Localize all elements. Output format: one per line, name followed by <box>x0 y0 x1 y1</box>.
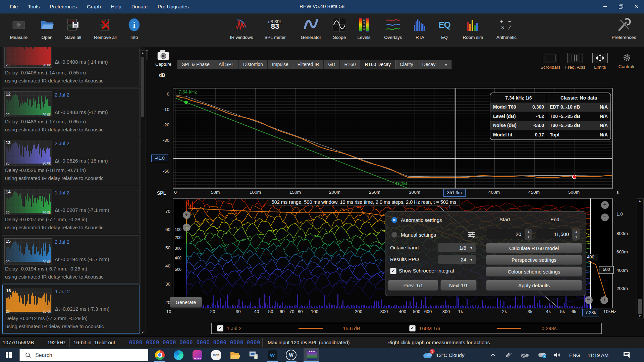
weather-text: 13°C Cloudy <box>436 352 464 358</box>
graph-tabs: SPL & Phase All SPL Distortion Impulse F… <box>177 60 452 69</box>
scrollbar-thumb[interactable] <box>141 57 144 117</box>
scroll-down-icon[interactable]: ▼ <box>638 314 641 318</box>
rta-button[interactable]: RTA <box>410 16 430 46</box>
manual-settings-radio[interactable] <box>391 232 397 238</box>
results-ppo-dropdown[interactable]: 24▼ <box>438 255 476 264</box>
tray-signal-icon[interactable] <box>505 348 513 362</box>
levels-button[interactable]: 0369 Levels <box>353 16 375 46</box>
prev-button[interactable]: Prev. 1/1 <box>388 280 438 291</box>
zoom-in-icon[interactable]: + <box>601 201 609 209</box>
taskbar-devices-icon[interactable]: ⚡ <box>246 349 261 361</box>
taskbar-search-input[interactable]: Search <box>19 349 148 361</box>
tab-all-spl[interactable]: All SPL <box>214 60 239 69</box>
colour-scheme-settings-button[interactable]: Colour scheme settings <box>486 266 582 277</box>
weather-widget[interactable]: 3 13°C Cloudy <box>422 348 464 362</box>
spl-meter-button[interactable]: dB SPL83 SPL meter <box>261 16 289 46</box>
zoom-in-icon[interactable]: + <box>183 211 191 219</box>
generator-button[interactable]: Generator <box>297 16 325 46</box>
tray-onedrive-icon[interactable] <box>520 348 529 362</box>
open-button[interactable]: Open <box>33 16 61 46</box>
restore-button[interactable] <box>613 0 629 13</box>
tray-speaker-icon[interactable] <box>553 348 561 362</box>
tray-action-center-icon[interactable] <box>623 348 631 362</box>
octave-band-dropdown[interactable]: 1/6▼ <box>438 243 476 252</box>
zoom-out-icon[interactable]: − <box>585 296 593 304</box>
tab-rt60-decay-active[interactable]: RT60 Decay <box>360 60 395 69</box>
capture-button[interactable]: Capture <box>152 50 175 70</box>
room-sim-button[interactable]: Room sim <box>459 16 487 46</box>
spin-up-icon[interactable]: ▲ <box>573 229 580 234</box>
zoom-out-icon[interactable]: − <box>183 224 191 231</box>
freq-axis-toggle[interactable]: Freq. Axis <box>563 53 588 70</box>
legend-checkbox[interactable]: ✓ <box>217 325 223 331</box>
measurement-dt: Δt -0.0212 ms (-7.3 mm) <box>55 306 110 312</box>
tab-filtered-ir[interactable]: Filtered IR <box>293 60 324 69</box>
measurement-item-16-selected[interactable]: 162020.0k 1 Jul 2 Δt -0.0212 ms (-7.3 mm… <box>2 285 140 334</box>
legend-checkbox[interactable]: ✓ <box>409 325 416 331</box>
generate-button[interactable]: Generate <box>170 297 202 308</box>
scrollbars-toggle[interactable]: Scrollbars <box>538 53 563 70</box>
start-spinner[interactable]: 20 ▲▼ <box>486 229 532 240</box>
tab-impulse[interactable]: Impulse <box>268 60 293 69</box>
tray-cloud-info-icon[interactable]: i <box>537 348 547 362</box>
axis-tick: 500m <box>568 190 580 195</box>
end-spinner[interactable]: 11,500 ▲▼ <box>536 229 580 240</box>
tab-more[interactable]: » <box>440 60 452 69</box>
minimize-button[interactable] <box>598 0 613 13</box>
sidebar-scrollbar[interactable]: ▲ ▼ <box>140 50 146 335</box>
remove-all-button[interactable]: Remove all <box>91 16 119 46</box>
scope-button[interactable]: Scope <box>328 16 351 46</box>
close-button[interactable] <box>629 0 644 13</box>
tab-decay[interactable]: Decay <box>418 60 440 69</box>
measurement-item-13[interactable]: 132020.0k 2 Jul 2 Δt -0.0526 ms (-18 mm)… <box>2 137 140 185</box>
tray-language[interactable]: ENG <box>569 348 580 362</box>
automatic-settings-radio[interactable] <box>391 217 397 223</box>
perspective-settings-button[interactable]: Perspective settings <box>486 255 582 265</box>
waterfall-scrollbar[interactable]: ▲ ▼ <box>637 198 644 318</box>
ir-windows-button[interactable]: IR windows <box>227 16 256 46</box>
sliders-icon[interactable] <box>467 231 475 238</box>
limits-button[interactable]: Limits <box>588 53 612 70</box>
eq-button[interactable]: EQ EQ <box>435 16 454 46</box>
measurement-item-15[interactable]: 152020.0k 2 Jul 2 Δt -0.0194 ms (-6.7 mm… <box>2 235 140 284</box>
start-button[interactable] <box>0 348 17 362</box>
calculate-rt60-model-button[interactable]: Calculate RT60 model <box>486 243 582 253</box>
scroll-up-icon[interactable]: ▲ <box>141 51 145 55</box>
tab-spl-phase[interactable]: SPL & Phase <box>177 60 214 69</box>
preferences-button[interactable]: Preferences <box>608 16 640 46</box>
tab-gd[interactable]: GD <box>324 60 340 69</box>
taskbar-roon-icon[interactable]: roon <box>209 349 223 361</box>
overlays-button[interactable]: Overlays <box>379 16 407 46</box>
apply-defaults-button[interactable]: Apply defaults <box>486 280 582 291</box>
tab-clarity[interactable]: Clarity <box>395 60 418 69</box>
taskbar-edge-icon[interactable] <box>171 349 186 361</box>
info-button[interactable]: i Info <box>123 16 145 46</box>
show-schroeder-checkbox[interactable]: ✓ <box>390 268 396 274</box>
zoom-out-icon[interactable]: − <box>601 214 609 221</box>
measurement-item-12[interactable]: 122020.0k 2 Jul 2 Δt -0.0483 ms (-17 mm)… <box>2 88 140 136</box>
taskbar-rew-active[interactable]: REW <box>304 348 319 362</box>
taskbar-wordpress-icon[interactable]: W <box>284 349 299 361</box>
spin-up-icon[interactable]: ▲ <box>525 229 532 234</box>
measurement-item-partial[interactable]: 20 20.0k Δt -0.0408 ms (-14 mm) Delay -0… <box>2 47 140 87</box>
tab-rt60[interactable]: RT60 <box>340 60 360 69</box>
tab-distortion[interactable]: Distortion <box>239 60 268 69</box>
graph-controls-button[interactable]: Controls <box>614 53 639 69</box>
tray-clock[interactable]: 11:19 AM <box>588 348 608 362</box>
scroll-down-icon[interactable]: ▼ <box>141 331 145 334</box>
scroll-up-icon[interactable]: ▲ <box>638 199 641 202</box>
taskbar-m365-icon[interactable]: M365 <box>190 349 205 361</box>
next-button[interactable]: Next 1/1 <box>440 280 477 291</box>
zoom-in-icon[interactable]: + <box>600 296 608 304</box>
spin-down-icon[interactable]: ▼ <box>573 234 580 240</box>
scrollbar-thumb[interactable] <box>638 299 642 314</box>
save-all-button[interactable]: Save all <box>59 16 87 46</box>
measurement-item-14[interactable]: 142020.0k 1 Jul 2 Δt -0.0207 ms (-7.1 mm… <box>2 186 140 234</box>
taskbar-explorer-icon[interactable] <box>227 349 242 361</box>
measure-button[interactable]: Measure <box>5 16 33 46</box>
spin-down-icon[interactable]: ▼ <box>525 234 532 240</box>
arithmetic-button[interactable]: + −× ∕ Arithmetic <box>490 16 523 46</box>
taskbar-chrome-icon[interactable] <box>152 349 167 361</box>
tray-chevron-icon[interactable] <box>490 348 496 362</box>
taskbar-webex-icon[interactable]: W <box>265 349 280 361</box>
